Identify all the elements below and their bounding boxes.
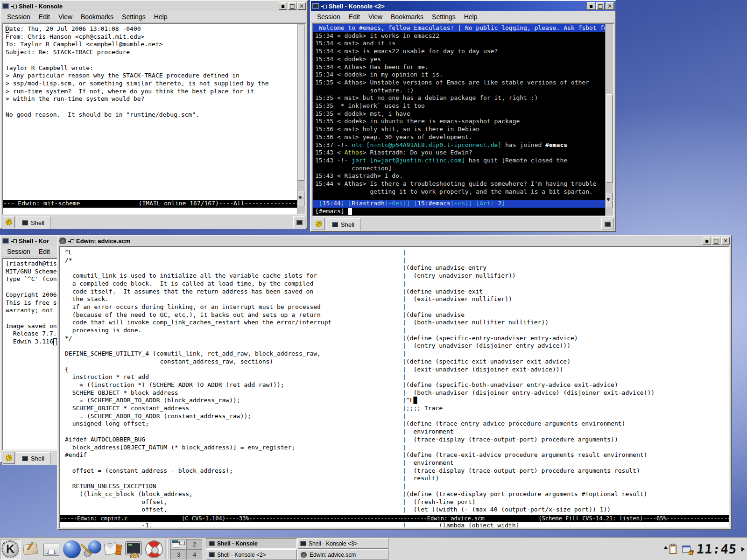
- tab-shell[interactable]: Shell: [326, 218, 360, 231]
- menu-view[interactable]: View: [364, 13, 387, 21]
- show-desktop-button[interactable]: [21, 539, 41, 560]
- window-shell-konsole-1[interactable]: Shell - Konsole ▪ □ × Session Edit View …: [0, 0, 308, 229]
- menu-view[interactable]: View: [54, 13, 77, 21]
- titlebar[interactable]: Shell - Konsole ▪ □ ×: [1, 1, 307, 11]
- panel-clock[interactable]: 11:45: [693, 538, 742, 560]
- menubar: Session Edit View Bookmarks Settings Hel…: [311, 11, 615, 22]
- pager-desktop-3[interactable]: 3: [171, 550, 186, 560]
- scrollbar-thumb[interactable]: [298, 25, 304, 181]
- new-session-icon: [6, 455, 12, 461]
- scroll-down-button[interactable]: [298, 199, 304, 206]
- menu-edit[interactable]: Edit: [35, 248, 54, 255]
- menu-settings[interactable]: Settings: [118, 13, 150, 21]
- konsole-app-icon[interactable]: [2, 3, 9, 9]
- mail-icon: [104, 540, 122, 558]
- desktop-icon: [22, 540, 40, 558]
- sticky-pin-icon[interactable]: [11, 4, 17, 8]
- terminal[interactable]: Date: Thu, 20 Jul 2006 13:01:08 -0400 Fr…: [2, 23, 306, 215]
- konsole-app-icon[interactable]: [2, 238, 9, 244]
- desktop: Shell - Kor Session Edit [riastradh@tiss…: [0, 0, 747, 560]
- window-shell-konsole-2[interactable]: Shell - Konsole <2> ▪ □ × Session Edit V…: [310, 0, 616, 232]
- menu-bookmarks[interactable]: Bookmarks: [387, 13, 428, 21]
- lock-window-tray-icon[interactable]: [682, 544, 693, 555]
- sticky-pin-icon[interactable]: [68, 239, 74, 243]
- konsole-icon: [209, 541, 215, 546]
- tab-shell[interactable]: Shell: [16, 217, 50, 229]
- menu-help[interactable]: Help: [460, 13, 482, 21]
- kmail-button[interactable]: [103, 539, 123, 560]
- new-session-button[interactable]: [313, 218, 325, 230]
- minimize-button[interactable]: ▪: [279, 2, 287, 10]
- desktop-pager[interactable]: 2 3 4: [170, 539, 202, 560]
- terminal-icon: [296, 220, 303, 225]
- close-button[interactable]: ×: [721, 237, 730, 245]
- menu-bookmarks[interactable]: Bookmarks: [77, 13, 118, 21]
- gnu-icon[interactable]: [59, 238, 66, 244]
- globe-gear-icon: [84, 540, 101, 558]
- konsole-button[interactable]: [123, 539, 144, 560]
- tab-bar: Shell: [312, 217, 614, 231]
- sticky-pin-icon[interactable]: [11, 239, 17, 243]
- text-cursor: [53, 338, 57, 345]
- new-session-button[interactable]: [3, 452, 15, 464]
- modeline-advice: --------Edwin: advice.scm (Scheme Fill C…: [400, 515, 729, 522]
- tab-label: Shell: [31, 455, 44, 462]
- email-text: Date: Thu, 20 Jul 2006 13:01:08 -0400 Fr…: [3, 24, 305, 119]
- titlebar[interactable]: Shell - Konsole <2> ▪ □ ×: [311, 1, 615, 11]
- maximize-button[interactable]: □: [288, 2, 296, 10]
- tab-shell[interactable]: Shell: [16, 452, 50, 465]
- scroll-down-button[interactable]: [606, 201, 613, 208]
- text-cursor: [348, 208, 352, 215]
- konqueror-button[interactable]: [62, 539, 82, 560]
- web-browser-button[interactable]: [82, 539, 103, 560]
- menu-session[interactable]: Session: [3, 248, 35, 255]
- pager-desktop-4[interactable]: 4: [187, 550, 202, 560]
- irc-topic-bar: Welcome to #emacs, fellow Emaculates! | …: [313, 24, 613, 32]
- edwin-terminal[interactable]: ^L /* comutil_link is used to initialize…: [59, 246, 730, 528]
- irc-input-line[interactable]: [#emacs]: [313, 208, 605, 216]
- task-shell-konsole[interactable]: Shell - Konsole: [206, 538, 297, 549]
- konsole-app-icon[interactable]: [312, 3, 319, 9]
- panel-separator: [165, 539, 169, 559]
- arrow-right-icon: [741, 547, 747, 552]
- session-list-button[interactable]: [601, 218, 613, 230]
- home-icon: [42, 540, 60, 558]
- text-cursor: [6, 26, 9, 33]
- close-button[interactable]: ×: [297, 2, 306, 10]
- terminal[interactable]: Welcome to #emacs, fellow Emaculates! | …: [312, 23, 614, 217]
- edwin-modeline: --- Edwin: mit-scheme (IMAIL online 167/…: [3, 200, 297, 208]
- task-shell-konsole-3[interactable]: Shell - Konsole <3>: [297, 538, 388, 549]
- scrollbar-thumb[interactable]: [606, 94, 613, 183]
- menu-edit[interactable]: Edit: [345, 13, 364, 21]
- maximize-button[interactable]: □: [596, 2, 605, 10]
- scrollbar[interactable]: [605, 24, 613, 216]
- home-folder-button[interactable]: [41, 539, 62, 560]
- maximize-button[interactable]: □: [712, 237, 720, 245]
- minimize-button[interactable]: ▪: [587, 2, 595, 10]
- menu-session[interactable]: Session: [3, 13, 35, 21]
- session-list-button[interactable]: [293, 216, 305, 228]
- task-shell-konsole-2[interactable]: Shell - Konsole <2>: [206, 549, 297, 560]
- kmenu-button[interactable]: K: [0, 539, 21, 560]
- task-edwin-advice[interactable]: Edwin: advice.scm: [297, 549, 388, 560]
- new-session-button[interactable]: [3, 216, 15, 228]
- titlebar[interactable]: Edwin: advice.scm ▪ □ ×: [58, 236, 731, 246]
- help-button[interactable]: [144, 539, 164, 560]
- terminal-icon: [332, 222, 338, 227]
- pager-desktop-1[interactable]: [171, 539, 186, 549]
- window-edwin-advice[interactable]: Edwin: advice.scm ▪ □ × ^L /* comutil_li…: [57, 235, 732, 530]
- klipper-tray-icon[interactable]: [668, 544, 679, 555]
- scrollbar[interactable]: [297, 24, 305, 214]
- close-button[interactable]: ×: [606, 2, 614, 10]
- menu-edit[interactable]: Edit: [35, 13, 54, 21]
- edwin-buffer-advice: | | |(define unadvise-entry | (entry-una…: [400, 248, 662, 528]
- pager-desktop-2[interactable]: 2: [187, 539, 202, 549]
- modeline-cmpint: -----Edwin: cmpint.c (C CVS-1.104)----33…: [60, 515, 400, 522]
- sticky-pin-icon[interactable]: [321, 4, 327, 8]
- konsole-icon: [209, 552, 215, 557]
- menu-help[interactable]: Help: [150, 13, 172, 21]
- minimize-button[interactable]: ▪: [703, 237, 711, 245]
- gnu-icon: [301, 552, 307, 558]
- menu-settings[interactable]: Settings: [428, 13, 460, 21]
- menu-session[interactable]: Session: [313, 13, 345, 21]
